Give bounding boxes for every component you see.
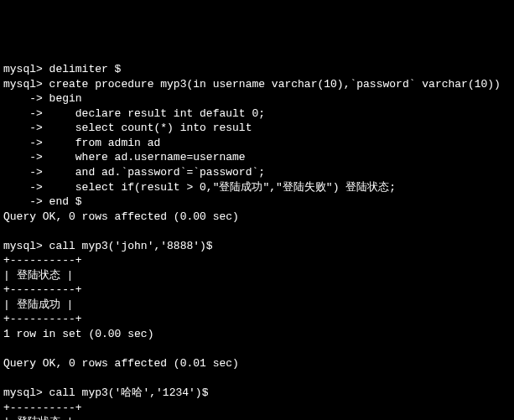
terminal-line: -> and ad.`password`=`password`;	[3, 166, 265, 179]
terminal-line: 1 row in set (0.00 sec)	[3, 328, 153, 340]
terminal-line: +----------+	[3, 254, 82, 267]
terminal-line: mysql> call myp3('john','8888')$	[3, 240, 213, 252]
terminal-line: -> where ad.username=username	[3, 151, 246, 163]
terminal-line: | 登陆状态 |	[3, 269, 73, 282]
terminal-line: -> select if(result > 0,"登陆成功","登陆失败") 登…	[3, 181, 396, 194]
terminal-line: mysql> create procedure myp3(in username…	[3, 78, 501, 91]
terminal-line: -> declare result int default 0;	[3, 107, 265, 120]
terminal-line: -> select count(*) into result	[3, 122, 252, 134]
terminal-line: Query OK, 0 rows affected (0.00 sec)	[3, 210, 239, 223]
terminal-line: +----------+	[3, 283, 82, 296]
terminal-line: -> begin	[3, 92, 82, 105]
terminal-line: | 登陆状态 |	[3, 416, 73, 420]
terminal-line: -> end $	[3, 195, 82, 208]
terminal-line: mysql> delimiter $	[3, 63, 121, 75]
terminal-line: -> from admin ad	[3, 137, 160, 149]
terminal-line: mysql> call myp3('哈哈','1234')$	[3, 386, 208, 399]
terminal-output: mysql> delimiter $ mysql> create procedu…	[3, 62, 511, 420]
terminal-line: | 登陆成功 |	[3, 298, 73, 311]
terminal-line: +----------+	[3, 402, 82, 414]
terminal-line: Query OK, 0 rows affected (0.01 sec)	[3, 357, 239, 370]
terminal-line: +----------+	[3, 313, 82, 325]
